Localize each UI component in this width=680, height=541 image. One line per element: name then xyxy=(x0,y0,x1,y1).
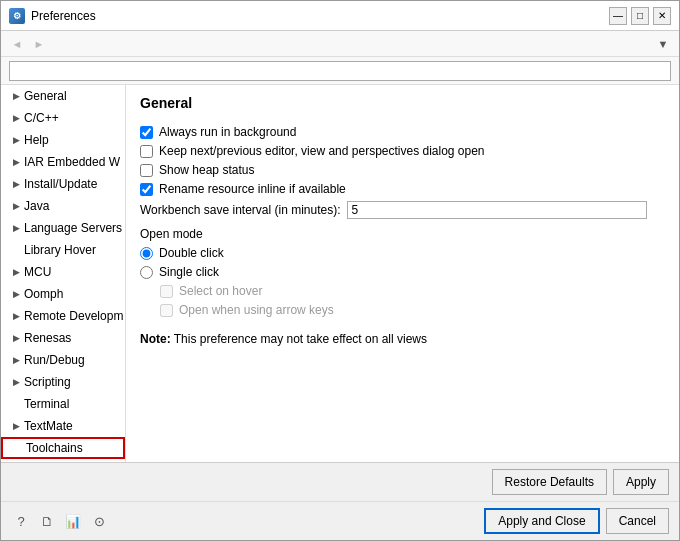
sidebar-label: Run/Debug xyxy=(24,353,85,367)
keep-next-checkbox[interactable] xyxy=(140,145,153,158)
sidebar-item-run-debug[interactable]: ▶ Run/Debug xyxy=(1,349,125,371)
sidebar-item-toolchains[interactable]: ▶ Toolchains xyxy=(1,437,125,459)
sidebar-label: C/C++ xyxy=(24,111,59,125)
arrow-icon: ▶ xyxy=(13,91,20,101)
sidebar: ▶ General ▶ C/C++ ▶ Help ▶ IAR Embedded … xyxy=(1,85,126,462)
toolbar-menu-button[interactable]: ▼ xyxy=(653,34,673,54)
option-rename-resource: Rename resource inline if available xyxy=(140,182,665,196)
select-on-hover-label: Select on hover xyxy=(179,284,262,298)
rename-resource-checkbox[interactable] xyxy=(140,183,153,196)
close-button[interactable]: ✕ xyxy=(653,7,671,25)
option-show-heap: Show heap status xyxy=(140,163,665,177)
title-bar: ⚙ Preferences — □ ✕ xyxy=(1,1,679,31)
sidebar-label: MCU xyxy=(24,265,51,279)
sidebar-item-mcu[interactable]: ▶ MCU xyxy=(1,261,125,283)
search-input[interactable] xyxy=(9,61,671,81)
double-click-radio[interactable] xyxy=(140,247,153,260)
arrow-icon: ▶ xyxy=(13,179,20,189)
forward-button[interactable]: ► xyxy=(29,34,49,54)
restore-apply-bar: Restore Defaults Apply xyxy=(1,463,679,502)
restore-defaults-button[interactable]: Restore Defaults xyxy=(492,469,607,495)
minimize-button[interactable]: — xyxy=(609,7,627,25)
arrow-icon: ▶ xyxy=(13,223,20,233)
arrow-icon: ▶ xyxy=(13,113,20,123)
workbench-input[interactable] xyxy=(347,201,647,219)
sidebar-item-general[interactable]: ▶ General xyxy=(1,85,125,107)
sidebar-item-java[interactable]: ▶ Java xyxy=(1,195,125,217)
maximize-button[interactable]: □ xyxy=(631,7,649,25)
content-area: General Always run in background Keep ne… xyxy=(126,85,679,462)
open-arrow-keys-label: Open when using arrow keys xyxy=(179,303,334,317)
sidebar-label: Renesas xyxy=(24,331,71,345)
window-title: Preferences xyxy=(31,9,96,23)
sidebar-item-terminal[interactable]: ▶ Terminal xyxy=(1,393,125,415)
back-button[interactable]: ◄ xyxy=(7,34,27,54)
arrow-icon: ▶ xyxy=(13,377,20,387)
help-icon[interactable]: ? xyxy=(11,511,31,531)
show-heap-checkbox[interactable] xyxy=(140,164,153,177)
apply-button[interactable]: Apply xyxy=(613,469,669,495)
footer-buttons: Apply and Close Cancel xyxy=(484,508,669,534)
footer-bar: ? 🗋 📊 ⊙ Apply and Close Cancel xyxy=(1,502,679,540)
sidebar-item-scripting[interactable]: ▶ Scripting xyxy=(1,371,125,393)
select-on-hover-checkbox[interactable] xyxy=(160,285,173,298)
sidebar-label: Install/Update xyxy=(24,177,97,191)
arrow-icon: ▶ xyxy=(13,157,20,167)
always-run-checkbox[interactable] xyxy=(140,126,153,139)
arrow-icon: ▶ xyxy=(13,355,20,365)
arrow-icon: ▶ xyxy=(13,311,20,321)
sidebar-label: Java xyxy=(24,199,49,213)
sidebar-item-iar[interactable]: ▶ IAR Embedded W xyxy=(1,151,125,173)
sidebar-label: Library Hover xyxy=(24,243,96,257)
option-keep-next: Keep next/previous editor, view and pers… xyxy=(140,144,665,158)
sidebar-label: General xyxy=(24,89,67,103)
sidebar-label: Remote Developm xyxy=(24,309,123,323)
note-bold: Note: xyxy=(140,332,171,346)
option-always-run: Always run in background xyxy=(140,125,665,139)
window-controls: — □ ✕ xyxy=(609,7,671,25)
sidebar-item-renesas[interactable]: ▶ Renesas xyxy=(1,327,125,349)
chart-icon[interactable]: 📊 xyxy=(63,511,83,531)
open-arrow-keys-checkbox[interactable] xyxy=(160,304,173,317)
arrow-icon: ▶ xyxy=(13,267,20,277)
sidebar-item-oomph[interactable]: ▶ Oomph xyxy=(1,283,125,305)
show-heap-label: Show heap status xyxy=(159,163,254,177)
sidebar-item-language-servers[interactable]: ▶ Language Servers xyxy=(1,217,125,239)
arrow-icon: ▶ xyxy=(13,135,20,145)
app-icon: ⚙ xyxy=(9,8,25,24)
single-click-label: Single click xyxy=(159,265,219,279)
sidebar-item-remote-develop[interactable]: ▶ Remote Developm xyxy=(1,305,125,327)
footer-icons: ? 🗋 📊 ⊙ xyxy=(11,511,109,531)
sidebar-item-install[interactable]: ▶ Install/Update xyxy=(1,173,125,195)
sidebar-label: Scripting xyxy=(24,375,71,389)
option-open-arrow-keys: Open when using arrow keys xyxy=(140,303,665,317)
single-click-radio[interactable] xyxy=(140,266,153,279)
option-single-click: Single click xyxy=(140,265,665,279)
sidebar-label: IAR Embedded W xyxy=(24,155,120,169)
workbench-row: Workbench save interval (in minutes): xyxy=(140,201,665,219)
cancel-button[interactable]: Cancel xyxy=(606,508,669,534)
sidebar-label: Help xyxy=(24,133,49,147)
circle-icon[interactable]: ⊙ xyxy=(89,511,109,531)
search-bar xyxy=(1,57,679,85)
arrow-icon: ▶ xyxy=(13,333,20,343)
sidebar-item-cpp[interactable]: ▶ C/C++ xyxy=(1,107,125,129)
apply-and-close-button[interactable]: Apply and Close xyxy=(484,508,599,534)
rename-resource-label: Rename resource inline if available xyxy=(159,182,346,196)
sidebar-item-help[interactable]: ▶ Help xyxy=(1,129,125,151)
keep-next-label: Keep next/previous editor, view and pers… xyxy=(159,144,485,158)
sidebar-label: Terminal xyxy=(24,397,69,411)
option-double-click: Double click xyxy=(140,246,665,260)
preferences-window: ⚙ Preferences — □ ✕ ◄ ► ▼ ▶ General ▶ C/… xyxy=(0,0,680,541)
sidebar-label: Oomph xyxy=(24,287,63,301)
open-mode-label: Open mode xyxy=(140,227,665,241)
note-text: Note: This preference may not take effec… xyxy=(140,332,665,346)
sidebar-label: TextMate xyxy=(24,419,73,433)
doc-icon[interactable]: 🗋 xyxy=(37,511,57,531)
double-click-label: Double click xyxy=(159,246,224,260)
arrow-icon: ▶ xyxy=(13,289,20,299)
sidebar-label: Toolchains xyxy=(26,441,83,455)
toolbar: ◄ ► ▼ xyxy=(1,31,679,57)
sidebar-item-library-hover[interactable]: ▶ Library Hover xyxy=(1,239,125,261)
sidebar-item-textmate[interactable]: ▶ TextMate xyxy=(1,415,125,437)
